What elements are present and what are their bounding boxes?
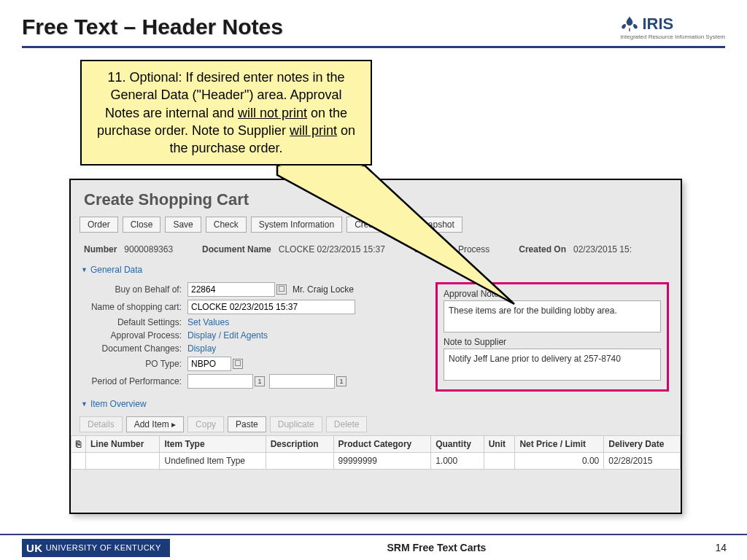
svg-marker-0 <box>277 166 514 304</box>
copy-button: Copy <box>187 416 224 432</box>
period-to-input[interactable] <box>269 374 335 389</box>
note-to-supplier-textarea[interactable]: Notify Jeff Lane prior to delivery at 25… <box>444 349 661 381</box>
instruction-callout: 11. Optional: If desired enter notes in … <box>80 60 372 166</box>
item-table: ⎘ Line Number Item Type Description Prod… <box>71 435 681 470</box>
period-from-input[interactable] <box>187 374 253 389</box>
save-button[interactable]: Save <box>165 217 201 233</box>
check-button[interactable]: Check <box>206 217 247 233</box>
svg-marker-1 <box>279 166 363 168</box>
display-edit-agents-link[interactable]: Display / Edit Agents <box>187 330 268 341</box>
buy-label: Buy on Behalf of: <box>78 284 187 295</box>
item-overview-header[interactable]: Item Overview <box>71 394 681 413</box>
po-type-input[interactable] <box>187 357 231 371</box>
close-button[interactable]: Close <box>123 217 161 233</box>
approval-process-label: Approval Process: <box>78 330 187 341</box>
doc-changes-label: Document Changes: <box>78 343 187 354</box>
display-link[interactable]: Display <box>187 343 216 354</box>
default-settings-label: Default Settings: <box>78 317 187 327</box>
table-row[interactable]: Undefined Item Type 99999999 1.000 0.00 … <box>71 453 681 470</box>
note-to-supplier-label: Note to Supplier <box>444 337 661 347</box>
cart-name-label: Name of shopping cart: <box>78 302 187 312</box>
slide-title: Free Text – Header Notes <box>22 15 283 39</box>
add-item-button[interactable]: Add Item ▸ <box>126 416 184 432</box>
order-button[interactable]: Order <box>80 217 118 233</box>
paste-button[interactable]: Paste <box>228 416 266 432</box>
lookup-icon[interactable] <box>233 359 243 369</box>
details-button: Details <box>80 416 123 432</box>
duplicate-button: Duplicate <box>270 416 322 432</box>
footer-title: SRM Free Text Carts <box>170 542 703 553</box>
calendar-icon[interactable]: 1 <box>255 376 265 386</box>
slide-footer: UKUNIVERSITY OF KENTUCKY SRM Free Text C… <box>0 534 747 560</box>
period-label: Period of Performance: <box>78 376 187 386</box>
uk-logo: UKUNIVERSITY OF KENTUCKY <box>22 539 170 557</box>
iris-flower-icon <box>620 15 639 34</box>
copy-col-icon: ⎘ <box>71 436 86 453</box>
iris-logo: IRIS Integrated Resource Information Sys… <box>620 15 725 40</box>
delete-button: Delete <box>326 416 368 432</box>
po-type-label: PO Type: <box>78 359 187 369</box>
set-values-link[interactable]: Set Values <box>187 317 229 327</box>
callout-pointer <box>248 166 525 326</box>
page-number: 14 <box>703 542 747 553</box>
calendar-icon[interactable]: 1 <box>336 376 347 386</box>
